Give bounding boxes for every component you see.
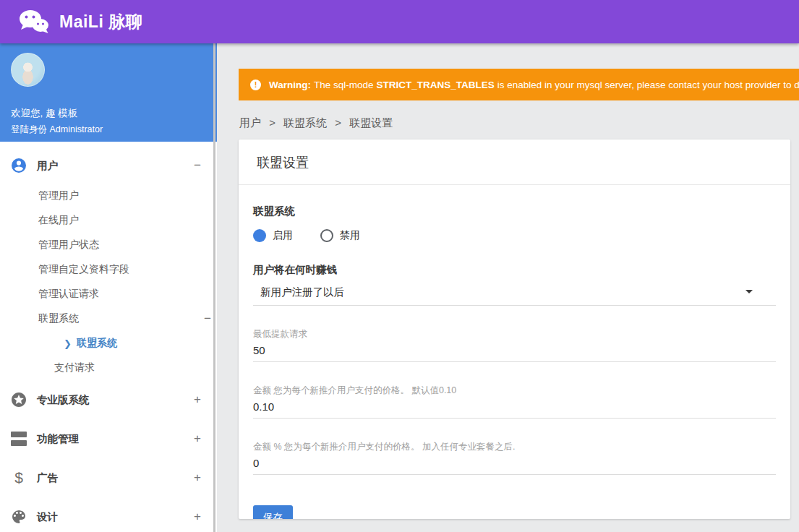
affiliate-system-radio-group: 启用 禁用 [253,229,776,242]
menu-label: 管理认证请求 [38,288,99,301]
breadcrumb-separator: > [269,116,275,129]
sidebar-item-ads[interactable]: $ 广告 + [0,458,217,497]
affiliate-settings-card: 联盟设置 联盟系统 启用 禁用 用户将在何时赚钱 新用户注册了以后 最低提款请求… [239,140,790,519]
earn-when-label: 用户将在何时赚钱 [253,263,776,277]
breadcrumb-affiliate-system[interactable]: 联盟系统 [283,116,327,129]
collapse-icon[interactable]: − [204,312,211,326]
breadcrumb-separator: > [335,116,341,129]
sidebar-item-affiliate-system-active[interactable]: ❯ 联盟系统 [0,331,217,356]
radio-disable-label[interactable]: 禁用 [340,229,360,242]
warning-sql-mode: STRICT_TRANS_TABLES [377,80,495,90]
dropdown-caret-icon [745,290,753,293]
stacked-bars-icon [10,430,27,447]
warning-text-post: is enabled in your mysql server, please … [497,80,799,90]
menu-label: 联盟系统 [77,337,117,350]
warning-icon: ! [250,80,261,90]
user-circle-icon [10,157,27,174]
percent-per-referral-field: 金额 % 您为每个新推介用户支付的价格。 加入任何专业套餐之后. [253,441,776,475]
star-circle-icon [10,391,27,408]
amount-per-referral-input[interactable] [253,398,776,419]
min-withdraw-input[interactable] [253,341,776,362]
save-button[interactable]: 保存 [253,505,293,519]
percent-per-referral-label: 金额 % 您为每个新推介用户支付的价格。 加入任何专业套餐之后. [253,441,776,453]
sidebar-item-manage-custom-fields[interactable]: 管理自定义资料字段 [0,257,217,282]
breadcrumb-affiliate-settings: 联盟设置 [349,116,393,129]
menu-label: 广告 [37,471,58,485]
expand-icon[interactable]: + [194,471,201,485]
amount-per-referral-field: 金额 您为每个新推介用户支付的价格。 默认值0.10 [253,385,776,419]
chevron-right-icon: ❯ [64,338,72,349]
expand-icon[interactable]: + [194,392,201,407]
expand-icon[interactable]: + [194,432,201,446]
sidebar-item-manage-user-status[interactable]: 管理用户状态 [0,233,217,257]
radio-enable[interactable] [253,229,266,242]
menu-label: 专业版系统 [37,393,90,407]
app-header: MaiLi 脉聊 [0,0,799,43]
sidebar: 欢迎您, 趣 模板 登陆身份 Administrator 用户 − 管理用户 在… [0,43,217,532]
menu-label: 管理自定义资料字段 [38,263,129,276]
card-title: 联盟设置 [239,140,790,185]
sidebar-item-payment-requests[interactable]: 支付请求 [0,356,217,380]
menu-label: 支付请求 [54,361,95,374]
menu-label: 设计 [37,510,58,524]
menu-label: 功能管理 [37,432,79,446]
palette-icon [10,508,27,525]
min-withdraw-label: 最低提款请求 [253,328,776,340]
sidebar-menu: 用户 − 管理用户 在线用户 管理用户状态 管理自定义资料字段 管理认证请求 联… [0,142,217,532]
sidebar-item-manage-verification-requests[interactable]: 管理认证请求 [0,282,217,306]
collapse-icon[interactable]: − [194,158,201,173]
amount-per-referral-label: 金额 您为每个新推介用户支付的价格。 默认值0.10 [253,385,776,397]
breadcrumb: 用户 > 联盟系统 > 联盟设置 [239,116,393,130]
percent-per-referral-input[interactable] [253,454,776,475]
sidebar-profile: 欢迎您, 趣 模板 登陆身份 Administrator [0,43,217,142]
warning-badge: Warning: [269,80,311,90]
sidebar-item-online-users[interactable]: 在线用户 [0,208,217,233]
menu-label: 管理用户状态 [38,239,99,252]
radio-disable[interactable] [320,229,333,242]
sidebar-scrollbar[interactable] [213,43,215,532]
min-withdraw-field: 最低提款请求 [253,328,776,362]
breadcrumb-users[interactable]: 用户 [239,116,261,129]
welcome-text: 欢迎您, 趣 模板 [11,107,206,120]
wechat-logo-icon [18,9,50,34]
card-body: 联盟系统 启用 禁用 用户将在何时赚钱 新用户注册了以后 最低提款请求 金额 您… [239,185,790,519]
menu-label: 在线用户 [38,214,79,227]
dollar-icon: $ [10,469,27,486]
sidebar-item-manage-users[interactable]: 管理用户 [0,184,217,208]
menu-label: 联盟系统 [38,312,79,325]
earn-when-value: 新用户注册了以后 [260,286,344,299]
role-text: 登陆身份 Administrator [11,124,206,136]
earn-when-select[interactable]: 新用户注册了以后 [253,283,776,306]
brand-title: MaiLi 脉聊 [59,11,142,33]
sidebar-item-design[interactable]: 设计 + [0,497,217,532]
sidebar-item-users[interactable]: 用户 − [0,147,217,184]
affiliate-system-label: 联盟系统 [253,205,776,218]
expand-icon[interactable]: + [194,510,201,524]
warning-text-pre: The sql-mode [314,80,374,90]
sidebar-item-pro-system[interactable]: 专业版系统 + [0,380,217,419]
avatar [11,53,45,87]
radio-enable-label[interactable]: 启用 [273,229,293,242]
sidebar-item-feature-management[interactable]: 功能管理 + [0,419,217,458]
sidebar-item-affiliate-group[interactable]: 联盟系统 − [0,306,217,331]
warning-banner: ! Warning: The sql-mode STRICT_TRANS_TAB… [239,69,799,100]
earn-when-field: 用户将在何时赚钱 新用户注册了以后 [253,263,776,306]
menu-label: 用户 [37,159,58,173]
menu-label: 管理用户 [38,189,79,202]
